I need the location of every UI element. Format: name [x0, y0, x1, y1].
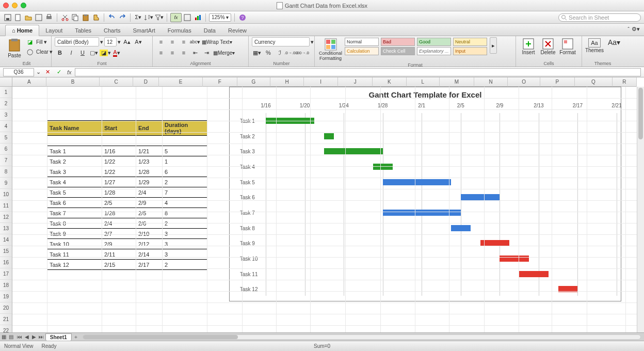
horizontal-scrollbar[interactable] [83, 334, 641, 340]
add-sheet-icon[interactable]: ＋ [72, 333, 79, 341]
decrease-decimal-icon[interactable]: .00→.0 [297, 48, 308, 57]
sheet-first-icon[interactable]: ⏮ [16, 333, 23, 341]
bold-button[interactable]: B [55, 48, 65, 57]
scrollbar-thumb[interactable] [638, 88, 643, 139]
row-header[interactable]: 8 [0, 166, 12, 178]
table-cell[interactable]: 3 [163, 249, 207, 260]
tab-charts[interactable]: Charts [98, 25, 126, 36]
merge-button[interactable]: ▦ Merge ▾ [213, 48, 235, 57]
column-header[interactable]: O [508, 77, 540, 87]
cell-grid[interactable]: Task Name Start End Duration (days) Task… [12, 87, 637, 341]
table-cell[interactable]: Task 2 [47, 156, 102, 167]
table-cell[interactable]: Task 6 [47, 198, 102, 208]
font-size-select[interactable]: 12 [104, 37, 117, 46]
decrease-indent-icon[interactable]: ⇤ [190, 48, 200, 57]
row-headers[interactable]: 12345678910111213141516171819202122 [0, 87, 12, 341]
column-header[interactable]: Q [575, 77, 613, 87]
table-cell[interactable]: 1 [163, 156, 207, 167]
row-header[interactable]: 15 [0, 246, 12, 257]
column-header[interactable]: K [373, 77, 407, 87]
column-header[interactable]: E [159, 77, 203, 87]
row-header[interactable]: 6 [0, 143, 12, 155]
row-header[interactable]: 2 [0, 98, 12, 109]
row-header[interactable]: 19 [0, 291, 12, 302]
formula-input[interactable] [75, 68, 641, 76]
row-header[interactable]: 4 [0, 121, 12, 132]
align-bottom-icon[interactable]: ≡ [179, 37, 189, 46]
row-header[interactable]: 9 [0, 178, 12, 189]
wrap-text-button[interactable]: ▦ Wrap Text ▾ [201, 37, 233, 46]
styles-more-icon[interactable]: ▸ [490, 37, 497, 54]
fx-icon[interactable]: fx [170, 13, 182, 22]
accept-formula-icon[interactable]: ✓ [54, 68, 64, 77]
column-headers[interactable]: ABCDEFGHIJKLMNOPQR [12, 77, 637, 87]
gantt-chart[interactable]: Gantt Chart Template for Excel 1/161/201… [229, 87, 621, 301]
font-color-button[interactable]: A▾ [111, 48, 122, 57]
vertical-scrollbar[interactable] [637, 87, 644, 341]
increase-decimal-icon[interactable]: .0→.00 [286, 48, 296, 57]
table-cell[interactable]: 2/9 [136, 198, 163, 208]
sheet-next-icon[interactable]: ▶ [30, 333, 38, 341]
minimize-icon[interactable] [12, 3, 18, 8]
help-icon[interactable]: ? [238, 13, 247, 22]
sort-icon[interactable]: ▾ [144, 13, 153, 22]
table-cell[interactable]: 1/29 [136, 177, 163, 187]
search-input[interactable]: Search in Sheet [558, 13, 641, 22]
style-explanatory[interactable]: Explanatory ... [417, 47, 451, 55]
zoom-control[interactable]: 125% ▾ [209, 13, 231, 22]
table-cell[interactable]: 1/27 [102, 177, 136, 187]
settings-icon[interactable]: ⚙▾ [632, 26, 640, 33]
table-cell[interactable]: 2/7 [102, 229, 136, 239]
show-formulas-icon[interactable] [183, 13, 192, 22]
undo-icon[interactable] [107, 13, 117, 22]
number-format-dropdown-icon[interactable]: ▾ [311, 39, 314, 45]
font-size-dropdown-icon[interactable]: ▾ [118, 39, 121, 45]
row-header[interactable]: 16 [0, 257, 12, 268]
collapse-ribbon-icon[interactable]: ˆ [627, 26, 630, 33]
column-header[interactable]: M [440, 77, 474, 87]
name-box-dropdown-icon[interactable]: ⌄ [35, 69, 41, 75]
column-header[interactable]: H [270, 77, 304, 87]
sheet-tab-sheet1[interactable]: Sheet1 [45, 333, 72, 341]
format-cells-button[interactable]: Format [558, 37, 577, 56]
clear-icon[interactable]: ◯ [25, 47, 35, 56]
table-cell[interactable]: 2/5 [136, 208, 163, 218]
column-header[interactable]: N [474, 77, 508, 87]
table-cell[interactable]: 2/9 [102, 239, 136, 249]
sheet-last-icon[interactable]: ⏭ [38, 333, 45, 341]
column-header[interactable]: A [12, 77, 46, 87]
style-normal[interactable]: Normal [345, 38, 379, 46]
table-cell[interactable]: Task 4 [47, 177, 102, 187]
style-input[interactable]: Input [453, 47, 487, 55]
table-cell[interactable]: 3 [163, 229, 207, 239]
tab-layout[interactable]: Layout [39, 25, 69, 36]
view-normal-icon[interactable]: ▦ [0, 333, 7, 341]
table-cell[interactable]: Task 7 [47, 208, 102, 218]
table-cell[interactable]: 1/23 [136, 156, 163, 167]
table-cell[interactable]: 2/10 [136, 229, 163, 239]
italic-button[interactable]: I [66, 48, 76, 57]
column-header[interactable]: G [237, 77, 271, 87]
select-all-corner[interactable] [0, 77, 12, 87]
tab-formulas[interactable]: Formulas [162, 25, 198, 36]
table-cell[interactable]: Task 10 [47, 239, 102, 249]
table-cell[interactable]: 1/28 [136, 167, 163, 177]
column-header[interactable]: L [407, 77, 440, 87]
row-header[interactable]: 21 [0, 314, 12, 325]
insert-cells-button[interactable]: Insert [519, 37, 538, 56]
table-cell[interactable]: 1/22 [102, 167, 136, 177]
save-as-icon[interactable] [34, 13, 43, 22]
open-icon[interactable] [24, 13, 33, 22]
border-button[interactable]: ▢▾ [89, 48, 99, 57]
format-painter-icon[interactable] [91, 13, 101, 22]
shrink-font-icon[interactable]: A▾ [133, 37, 143, 46]
paste-button[interactable]: Paste [5, 37, 24, 59]
align-center-icon[interactable]: ≡ [167, 48, 178, 57]
redo-icon[interactable] [118, 13, 127, 22]
tab-tables[interactable]: Tables [69, 25, 98, 36]
column-header[interactable]: F [203, 77, 237, 87]
new-icon[interactable] [13, 13, 23, 22]
tab-smartart[interactable]: SmartArt [126, 25, 161, 36]
cut-icon[interactable] [60, 13, 70, 22]
style-good[interactable]: Good [417, 38, 451, 46]
